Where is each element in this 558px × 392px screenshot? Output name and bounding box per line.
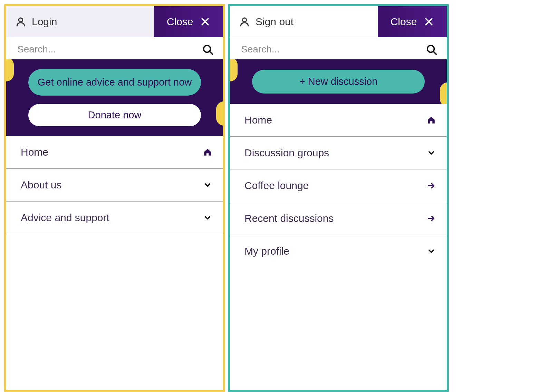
cta-new-discussion-button[interactable]: + New discussion bbox=[252, 70, 425, 94]
chevron-down-icon bbox=[427, 148, 436, 157]
search-row bbox=[6, 37, 223, 59]
nav-item-label: About us bbox=[21, 179, 203, 191]
close-button[interactable]: Close bbox=[154, 6, 223, 37]
nav-item-discussion-groups[interactable]: Discussion groups bbox=[230, 137, 447, 169]
chevron-down-icon bbox=[203, 213, 212, 222]
cta-advice-button[interactable]: Get online advice and support now bbox=[28, 69, 201, 96]
nav-item-home[interactable]: Home bbox=[230, 104, 447, 137]
hero-banner: Get online advice and support now Donate… bbox=[6, 59, 223, 136]
close-label: Close bbox=[167, 16, 193, 28]
user-icon bbox=[239, 16, 250, 27]
nav-item-label: Home bbox=[244, 114, 427, 126]
decoration-blob bbox=[6, 59, 14, 81]
chevron-down-icon bbox=[203, 180, 212, 189]
hero-banner: + New discussion bbox=[230, 59, 447, 104]
close-button[interactable]: Close bbox=[378, 6, 447, 37]
home-icon bbox=[427, 116, 436, 125]
decoration-blob bbox=[440, 82, 447, 104]
signout-label: Sign out bbox=[256, 16, 294, 28]
top-bar: Sign out Close bbox=[230, 6, 447, 37]
nav-item-advice[interactable]: Advice and support bbox=[6, 202, 223, 234]
signout-button[interactable]: Sign out bbox=[230, 6, 378, 37]
decoration-blob bbox=[230, 59, 238, 81]
nav-item-label: Discussion groups bbox=[244, 147, 427, 159]
login-button[interactable]: Login bbox=[6, 6, 154, 37]
close-icon bbox=[424, 17, 434, 27]
nav-item-my-profile[interactable]: My profile bbox=[230, 235, 447, 267]
nav-item-label: Advice and support bbox=[21, 212, 203, 224]
user-icon bbox=[15, 16, 26, 27]
login-label: Login bbox=[32, 16, 57, 28]
nav-item-label: My profile bbox=[244, 245, 427, 257]
search-row bbox=[230, 37, 447, 59]
nav-item-recent-discussions[interactable]: Recent discussions bbox=[230, 202, 447, 235]
home-icon bbox=[203, 148, 212, 157]
search-icon[interactable] bbox=[202, 43, 213, 55]
nav-item-about[interactable]: About us bbox=[6, 169, 223, 202]
arrow-right-icon bbox=[427, 214, 436, 223]
nav-item-coffee-lounge[interactable]: Coffee lounge bbox=[230, 169, 447, 202]
nav-item-label: Coffee lounge bbox=[244, 180, 427, 192]
nav-item-label: Recent discussions bbox=[244, 213, 427, 224]
nav-list: Home About us Advice and support bbox=[6, 136, 223, 234]
decoration-blob bbox=[216, 101, 223, 126]
search-input[interactable] bbox=[241, 44, 421, 55]
menu-panel-logged-in: Sign out Close + New discussion Home Dis… bbox=[228, 4, 449, 392]
arrow-right-icon bbox=[427, 181, 436, 190]
nav-item-home[interactable]: Home bbox=[6, 136, 223, 169]
top-bar: Login Close bbox=[6, 6, 223, 37]
close-icon bbox=[200, 17, 210, 27]
search-icon[interactable] bbox=[425, 43, 437, 55]
close-label: Close bbox=[391, 16, 417, 28]
cta-donate-button[interactable]: Donate now bbox=[28, 104, 201, 126]
nav-item-label: Home bbox=[21, 146, 203, 158]
chevron-down-icon bbox=[427, 247, 436, 256]
search-input[interactable] bbox=[17, 44, 198, 55]
nav-list: Home Discussion groups Coffee lounge Rec… bbox=[230, 104, 447, 267]
menu-panel-logged-out: Login Close Get online advice and suppor… bbox=[4, 4, 225, 392]
